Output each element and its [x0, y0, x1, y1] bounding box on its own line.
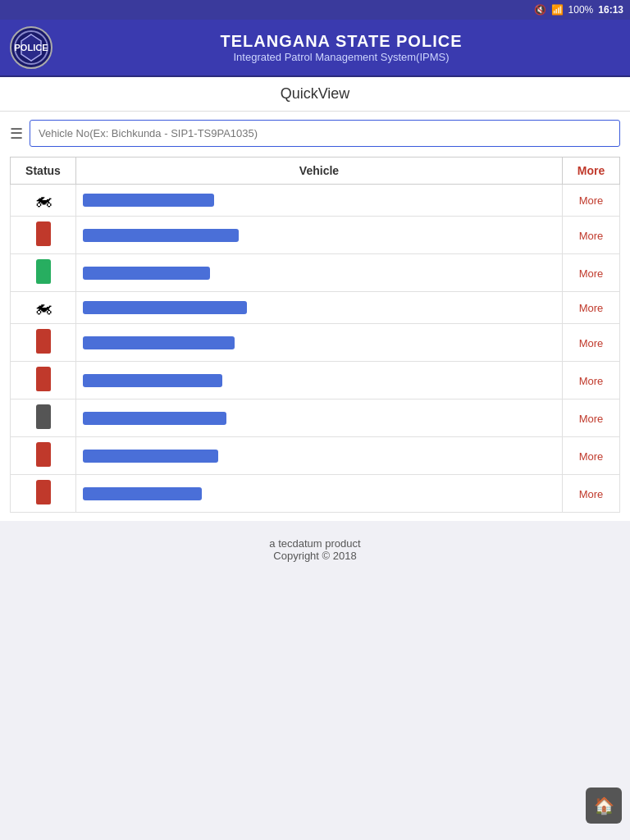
- vehicle-cell: [76, 437, 563, 475]
- table-row: 🏍 More: [11, 292, 620, 324]
- status-cell: [11, 437, 76, 475]
- status-cell: 🏍: [11, 185, 76, 217]
- time-display: 16:13: [598, 4, 623, 16]
- vehicle-number: [83, 487, 202, 500]
- table-row: More: [11, 217, 620, 254]
- vehicle-cell: [76, 185, 563, 217]
- signal-icon: 🔇: [534, 4, 546, 16]
- more-button[interactable]: More: [579, 230, 604, 242]
- search-input[interactable]: [30, 120, 620, 147]
- vehicle-cell: [76, 362, 563, 399]
- status-cell: [11, 362, 76, 399]
- table-row: More: [11, 254, 620, 292]
- more-button[interactable]: More: [579, 488, 604, 500]
- home-icon: 🏠: [594, 796, 614, 815]
- more-cell: More: [563, 292, 620, 324]
- table-row: More: [11, 362, 620, 399]
- car-red-icon: [36, 480, 51, 504]
- more-cell: More: [563, 185, 620, 217]
- car-red-icon: [36, 442, 51, 467]
- motorcycle-icon: 🏍: [34, 297, 52, 318]
- page-title: QuickView: [0, 77, 630, 112]
- more-button[interactable]: More: [579, 413, 604, 425]
- search-row: ☰: [10, 120, 620, 147]
- vehicle-number: [83, 450, 218, 463]
- battery-text: 100%: [568, 4, 594, 16]
- col-header-vehicle: Vehicle: [76, 158, 563, 185]
- status-cell: [11, 217, 76, 254]
- car-red-icon: [36, 221, 51, 246]
- status-cell: 🏍: [11, 292, 76, 324]
- more-cell: More: [563, 254, 620, 292]
- app-subtitle: Integrated Patrol Management System(IPMS…: [62, 51, 620, 63]
- more-button[interactable]: More: [579, 267, 604, 280]
- col-header-more: More: [563, 158, 620, 185]
- table-row: More: [11, 399, 620, 437]
- main-content: ☰ Status Vehicle More 🏍 More More More🏍 …: [0, 112, 630, 521]
- vehicle-cell: [76, 254, 563, 292]
- car-gray-icon: [36, 404, 51, 429]
- car-green-icon: [36, 259, 51, 284]
- vehicle-number: [83, 229, 239, 242]
- car-red-icon: [36, 329, 51, 354]
- home-fab-button[interactable]: 🏠: [586, 788, 622, 824]
- status-cell: [11, 475, 76, 513]
- more-cell: More: [563, 362, 620, 399]
- footer: a tecdatum product Copyright © 2018: [0, 521, 630, 595]
- status-cell: [11, 399, 76, 437]
- more-cell: More: [563, 475, 620, 513]
- status-cell: [11, 254, 76, 292]
- more-button[interactable]: More: [579, 337, 604, 349]
- vehicle-cell: [76, 217, 563, 254]
- table-row: More: [11, 437, 620, 475]
- vehicle-cell: [76, 292, 563, 324]
- status-bar: 🔇 📶 100% 16:13: [0, 0, 630, 20]
- vehicle-number: [83, 267, 210, 280]
- more-cell: More: [563, 399, 620, 437]
- more-button[interactable]: More: [579, 375, 604, 387]
- status-cell: [11, 324, 76, 362]
- more-cell: More: [563, 217, 620, 254]
- menu-icon[interactable]: ☰: [10, 125, 23, 143]
- motorcycle-icon: 🏍: [34, 189, 52, 211]
- vehicle-table: Status Vehicle More 🏍 More More More🏍 Mo…: [10, 157, 620, 513]
- col-header-status: Status: [11, 158, 76, 185]
- table-row: More: [11, 475, 620, 513]
- vehicle-cell: [76, 399, 563, 437]
- more-cell: More: [563, 437, 620, 475]
- footer-line2: Copyright © 2018: [8, 550, 622, 562]
- app-header: POLICE TELANGANA STATE POLICE Integrated…: [0, 20, 630, 77]
- vehicle-number: [83, 374, 222, 387]
- wifi-icon: 📶: [551, 4, 564, 16]
- vehicle-number: [83, 336, 235, 349]
- app-title-block: TELANGANA STATE POLICE Integrated Patrol…: [62, 32, 620, 63]
- vehicle-number: [83, 412, 226, 425]
- more-button[interactable]: More: [579, 450, 604, 463]
- app-logo: POLICE: [10, 26, 52, 69]
- svg-text:POLICE: POLICE: [15, 43, 48, 52]
- app-title: TELANGANA STATE POLICE: [62, 32, 620, 51]
- footer-line1: a tecdatum product: [8, 537, 622, 550]
- vehicle-cell: [76, 324, 563, 362]
- vehicle-number: [83, 301, 247, 314]
- more-button[interactable]: More: [579, 194, 604, 207]
- car-red-icon: [36, 367, 51, 391]
- table-row: More: [11, 324, 620, 362]
- vehicle-number: [83, 194, 214, 207]
- more-button[interactable]: More: [579, 302, 604, 314]
- more-cell: More: [563, 324, 620, 362]
- table-row: 🏍 More: [11, 185, 620, 217]
- vehicle-cell: [76, 475, 563, 513]
